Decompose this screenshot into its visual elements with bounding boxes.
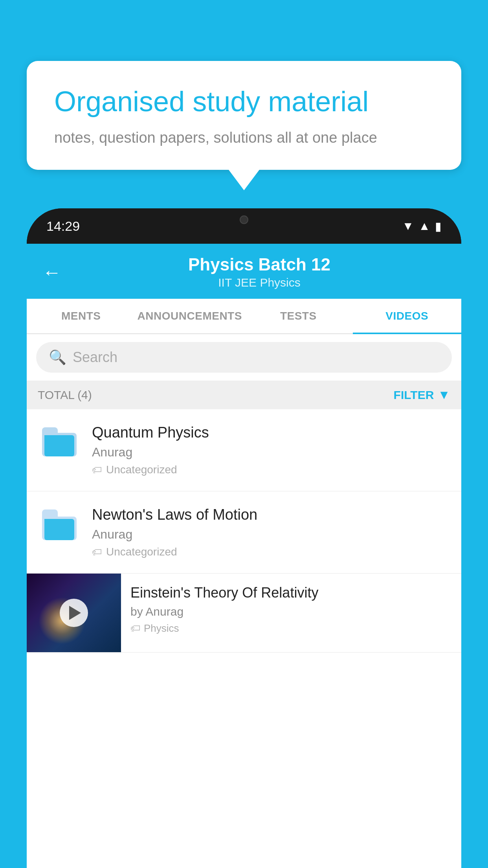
tag-icon: 🏷	[92, 546, 102, 558]
tag-label: Physics	[144, 622, 179, 634]
tag-icon: 🏷	[130, 622, 141, 634]
phone-status-icons: ▼ ▲ ▮	[402, 219, 442, 233]
wifi-icon: ▼	[402, 219, 414, 233]
tabs-bar: MENTS ANNOUNCEMENTS TESTS VIDEOS	[27, 299, 461, 334]
video-author: by Anurag	[130, 605, 452, 618]
tag-label: Uncategorized	[106, 463, 177, 476]
header-titles: Physics Batch 12 IIT JEE Physics	[73, 255, 446, 289]
folder-icon	[42, 509, 77, 540]
video-tag: 🏷 Uncategorized	[92, 546, 450, 558]
search-bar[interactable]: 🔍 Search	[36, 342, 452, 373]
video-info: Newton's Laws of Motion Anurag 🏷 Uncateg…	[92, 506, 450, 558]
header-main-title: Physics Batch 12	[73, 255, 446, 274]
phone-frame: 14:29 ▼ ▲ ▮ ← Physics Batch 12 IIT JEE P…	[27, 208, 461, 868]
battery-icon: ▮	[435, 219, 442, 233]
video-info: Quantum Physics Anurag 🏷 Uncategorized	[92, 424, 450, 476]
phone-time: 14:29	[46, 219, 80, 234]
tab-tests[interactable]: TESTS	[244, 299, 353, 333]
header-sub-titles: IIT JEE Physics	[73, 276, 446, 289]
phone-notch	[209, 208, 279, 231]
play-triangle-icon	[69, 606, 81, 620]
filter-funnel-icon: ▼	[438, 388, 450, 402]
search-container: 🔍 Search	[27, 334, 461, 381]
filter-button[interactable]: FILTER ▼	[394, 388, 450, 402]
search-icon: 🔍	[49, 349, 66, 366]
video-info: Einstein's Theory Of Relativity by Anura…	[121, 574, 461, 645]
video-author: Anurag	[92, 445, 450, 460]
app-screen: ← Physics Batch 12 IIT JEE Physics MENTS…	[27, 244, 461, 868]
list-item[interactable]: Quantum Physics Anurag 🏷 Uncategorized	[27, 409, 461, 491]
phone-camera	[240, 215, 248, 224]
speech-bubble-title: Organised study material	[54, 85, 434, 118]
phone-status-bar: 14:29 ▼ ▲ ▮	[27, 208, 461, 244]
tab-ments[interactable]: MENTS	[27, 299, 136, 333]
folder-icon-container	[38, 424, 81, 456]
list-item[interactable]: Newton's Laws of Motion Anurag 🏷 Uncateg…	[27, 491, 461, 574]
video-tag: 🏷 Physics	[130, 622, 452, 634]
tag-icon: 🏷	[92, 464, 102, 476]
speech-bubble: Organised study material notes, question…	[27, 61, 461, 170]
app-header: ← Physics Batch 12 IIT JEE Physics	[27, 244, 461, 299]
video-title: Newton's Laws of Motion	[92, 506, 450, 523]
filter-label: FILTER	[394, 388, 434, 402]
list-item[interactable]: Einstein's Theory Of Relativity by Anura…	[27, 574, 461, 653]
search-placeholder: Search	[73, 349, 117, 366]
tab-announcements[interactable]: ANNOUNCEMENTS	[136, 299, 244, 333]
folder-icon-container	[38, 506, 81, 540]
filter-bar: TOTAL (4) FILTER ▼	[27, 381, 461, 409]
tab-videos[interactable]: VIDEOS	[353, 299, 462, 333]
speech-bubble-subtitle: notes, question papers, solutions all at…	[54, 129, 434, 146]
back-button[interactable]: ←	[42, 261, 61, 283]
total-count: TOTAL (4)	[38, 388, 92, 402]
einstein-thumbnail	[27, 574, 121, 652]
folder-icon	[42, 427, 77, 456]
video-tag: 🏷 Uncategorized	[92, 463, 450, 476]
video-title: Quantum Physics	[92, 424, 450, 441]
video-title: Einstein's Theory Of Relativity	[130, 585, 452, 601]
video-list: Quantum Physics Anurag 🏷 Uncategorized	[27, 409, 461, 868]
video-author: Anurag	[92, 527, 450, 542]
signal-icon: ▲	[418, 219, 430, 233]
tag-label: Uncategorized	[106, 546, 177, 558]
play-button[interactable]	[60, 599, 88, 627]
